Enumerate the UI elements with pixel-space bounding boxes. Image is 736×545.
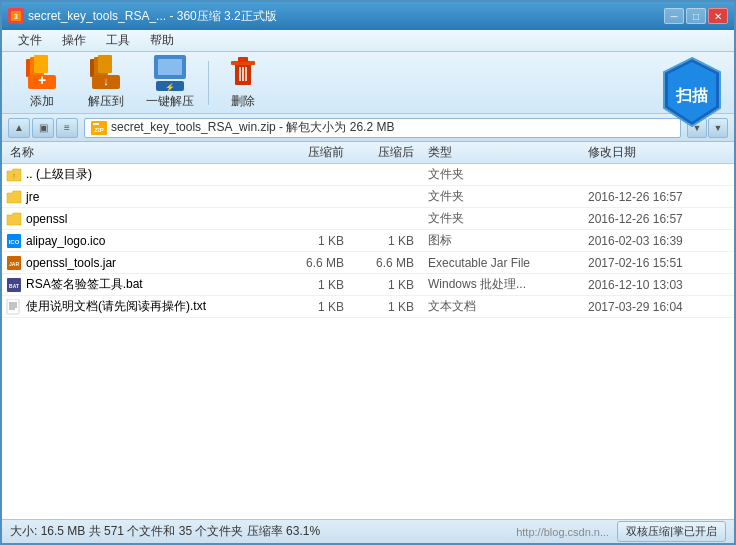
file-uncompressed: 6.6 MB bbox=[352, 256, 422, 270]
file-compressed: 1 KB bbox=[262, 234, 352, 248]
nav-view1-button[interactable]: ▣ bbox=[32, 118, 54, 138]
toolbar-divider bbox=[208, 61, 209, 105]
ico-file-icon: ICO bbox=[6, 233, 22, 249]
app-icon: 3 bbox=[8, 8, 24, 24]
zip-file-icon: ZIP bbox=[91, 121, 107, 135]
menu-help[interactable]: 帮助 bbox=[140, 30, 184, 51]
empty-area bbox=[2, 318, 734, 518]
svg-text:↓: ↓ bbox=[103, 75, 109, 87]
extract-icon: ↓ bbox=[88, 55, 124, 91]
file-uncompressed: 1 KB bbox=[352, 300, 422, 314]
maximize-button[interactable]: □ bbox=[686, 8, 706, 24]
delete-icon bbox=[225, 55, 261, 91]
address-path-text: secret_key_tools_RSA_win.zip - 解包大小为 26.… bbox=[111, 119, 394, 136]
delete-button[interactable]: 删除 bbox=[213, 55, 273, 111]
svg-text:⚡: ⚡ bbox=[165, 82, 175, 91]
content-area: 名称 压缩前 压缩后 类型 修改日期 ↑ .. (上级目录) bbox=[2, 142, 734, 519]
status-text: 大小: 16.5 MB 共 571 个文件和 35 个文件夹 压缩率 63.1% bbox=[10, 523, 516, 540]
table-row[interactable]: ↑ .. (上级目录) 文件夹 bbox=[2, 164, 734, 186]
file-uncompressed: 1 KB bbox=[352, 234, 422, 248]
header-compressed[interactable]: 压缩前 bbox=[262, 144, 352, 161]
table-row[interactable]: jre 文件夹 2016-12-26 16:57 bbox=[2, 186, 734, 208]
file-type: 图标 bbox=[422, 232, 582, 249]
header-uncompressed[interactable]: 压缩后 bbox=[352, 144, 422, 161]
file-name: openssl bbox=[26, 212, 67, 226]
file-type: 文件夹 bbox=[422, 210, 582, 227]
file-name-cell: jre bbox=[2, 189, 262, 205]
add-icon: + bbox=[24, 55, 60, 91]
file-name: alipay_logo.ico bbox=[26, 234, 105, 248]
delete-label: 删除 bbox=[231, 93, 255, 110]
svg-text:扫描: 扫描 bbox=[675, 87, 708, 104]
onekey-button[interactable]: ⚡ 一键解压 bbox=[140, 55, 200, 111]
window-title: secret_key_tools_RSA_... - 360压缩 3.2正式版 bbox=[28, 8, 664, 25]
svg-rect-13 bbox=[158, 59, 182, 75]
file-name-cell: ICO alipay_logo.ico bbox=[2, 233, 262, 249]
svg-rect-24 bbox=[93, 123, 99, 125]
nav-up-button[interactable]: ▲ bbox=[8, 118, 30, 138]
folder-up-icon: ↑ bbox=[6, 167, 22, 183]
onekey-label: 一键解压 bbox=[146, 93, 194, 110]
folder-icon bbox=[6, 211, 22, 227]
svg-text:3: 3 bbox=[14, 13, 18, 20]
menu-bar: 文件 操作 工具 帮助 bbox=[2, 30, 734, 52]
svg-text:+: + bbox=[38, 72, 46, 88]
txt-file-icon bbox=[6, 299, 22, 315]
table-row[interactable]: JAR openssl_tools.jar 6.6 MB 6.6 MB Exec… bbox=[2, 252, 734, 274]
bat-file-icon: BAT bbox=[6, 277, 22, 293]
file-name-cell: BAT RSA签名验签工具.bat bbox=[2, 276, 262, 293]
table-row[interactable]: 使用说明文档(请先阅读再操作).txt 1 KB 1 KB 文本文档 2017-… bbox=[2, 296, 734, 318]
file-date: 2016-12-26 16:57 bbox=[582, 212, 712, 226]
file-name-cell: ↑ .. (上级目录) bbox=[2, 166, 262, 183]
status-bar: 大小: 16.5 MB 共 571 个文件和 35 个文件夹 压缩率 63.1%… bbox=[2, 519, 734, 543]
file-name: RSA签名验签工具.bat bbox=[26, 276, 143, 293]
file-date: 2016-12-26 16:57 bbox=[582, 190, 712, 204]
file-compressed: 1 KB bbox=[262, 300, 352, 314]
menu-file[interactable]: 文件 bbox=[8, 30, 52, 51]
scan-button[interactable]: 扫描 bbox=[660, 56, 724, 131]
header-name[interactable]: 名称 bbox=[2, 144, 262, 161]
svg-text:ICO: ICO bbox=[9, 239, 20, 245]
file-uncompressed: 1 KB bbox=[352, 278, 422, 292]
file-name: openssl_tools.jar bbox=[26, 256, 116, 270]
file-type: 文本文档 bbox=[422, 298, 582, 315]
menu-operate[interactable]: 操作 bbox=[52, 30, 96, 51]
file-compressed: 1 KB bbox=[262, 278, 352, 292]
extract-button[interactable]: ↓ 解压到 bbox=[76, 55, 136, 111]
svg-text:JAR: JAR bbox=[9, 261, 19, 267]
file-name-cell: JAR openssl_tools.jar bbox=[2, 255, 262, 271]
file-type: 文件夹 bbox=[422, 166, 582, 183]
svg-rect-18 bbox=[238, 57, 248, 62]
file-type: Windows 批处理... bbox=[422, 276, 582, 293]
file-name-cell: 使用说明文档(请先阅读再操作).txt bbox=[2, 298, 262, 315]
table-row[interactable]: ICO alipay_logo.ico 1 KB 1 KB 图标 2016-02… bbox=[2, 230, 734, 252]
file-compressed: 6.6 MB bbox=[262, 256, 352, 270]
file-type: 文件夹 bbox=[422, 188, 582, 205]
header-type[interactable]: 类型 bbox=[422, 144, 582, 161]
dual-core-button[interactable]: 双核压缩|掌已开启 bbox=[617, 521, 726, 542]
window-controls: ─ □ ✕ bbox=[664, 8, 728, 24]
svg-rect-9 bbox=[98, 55, 112, 73]
file-name: jre bbox=[26, 190, 39, 204]
close-button[interactable]: ✕ bbox=[708, 8, 728, 24]
svg-text:BAT: BAT bbox=[9, 283, 19, 289]
status-url: http://blog.csdn.n... bbox=[516, 526, 609, 538]
svg-text:↑: ↑ bbox=[12, 172, 16, 179]
minimize-button[interactable]: ─ bbox=[664, 8, 684, 24]
title-bar: 3 secret_key_tools_RSA_... - 360压缩 3.2正式… bbox=[2, 2, 734, 30]
nav-view2-button[interactable]: ≡ bbox=[56, 118, 78, 138]
file-name: 使用说明文档(请先阅读再操作).txt bbox=[26, 298, 206, 315]
menu-tools[interactable]: 工具 bbox=[96, 30, 140, 51]
file-type: Executable Jar File bbox=[422, 256, 582, 270]
svg-text:ZIP: ZIP bbox=[94, 127, 103, 133]
header-date[interactable]: 修改日期 bbox=[582, 144, 712, 161]
extract-label: 解压到 bbox=[88, 93, 124, 110]
toolbar: + 添加 ↓ 解压到 bbox=[2, 52, 734, 114]
table-row[interactable]: openssl 文件夹 2016-12-26 16:57 bbox=[2, 208, 734, 230]
jar-file-icon: JAR bbox=[6, 255, 22, 271]
app-window: 3 secret_key_tools_RSA_... - 360压缩 3.2正式… bbox=[0, 0, 736, 545]
table-row[interactable]: BAT RSA签名验签工具.bat 1 KB 1 KB Windows 批处理.… bbox=[2, 274, 734, 296]
add-button[interactable]: + 添加 bbox=[12, 55, 72, 111]
add-label: 添加 bbox=[30, 93, 54, 110]
file-date: 2016-02-03 16:39 bbox=[582, 234, 712, 248]
